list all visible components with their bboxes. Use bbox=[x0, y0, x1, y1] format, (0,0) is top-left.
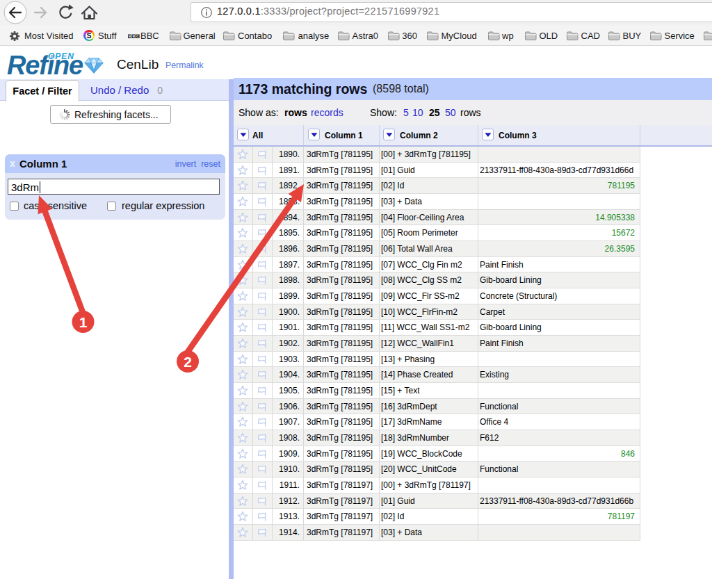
svg-text:B: B bbox=[129, 34, 131, 38]
svg-text:B: B bbox=[132, 34, 135, 38]
svg-text:C: C bbox=[136, 34, 139, 38]
